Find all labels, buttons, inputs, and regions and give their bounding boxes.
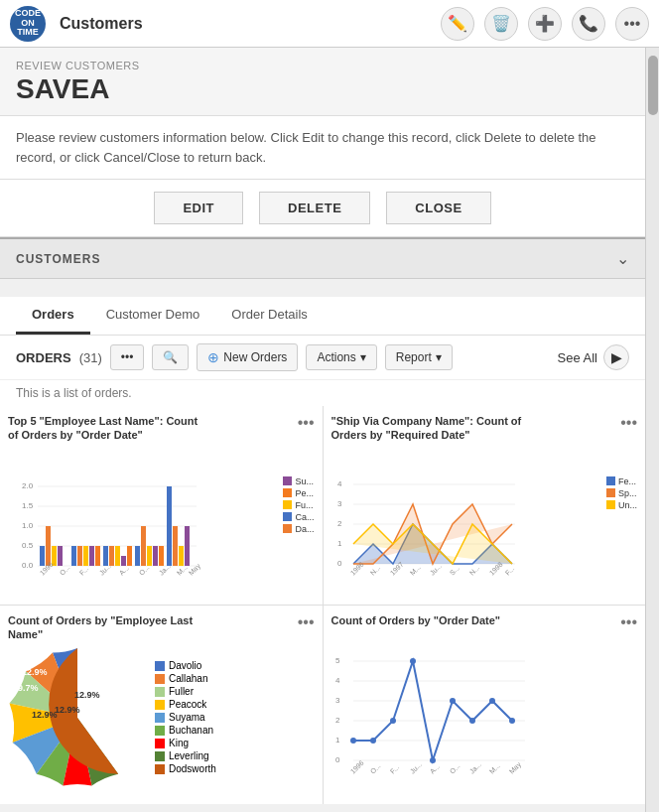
add-icon-btn[interactable]: ➕: [528, 7, 562, 41]
svg-text:1.5: 1.5: [22, 501, 34, 510]
svg-text:Ju...: Ju...: [428, 562, 442, 576]
edit-icon-btn[interactable]: ✏️: [441, 7, 474, 41]
svg-rect-30: [167, 486, 172, 566]
report-chevron-icon: ▾: [436, 350, 442, 364]
svg-text:5: 5: [335, 656, 340, 665]
close-button[interactable]: CLOSE: [386, 192, 490, 224]
more-icon-btn[interactable]: •••: [615, 7, 649, 41]
svg-rect-29: [159, 546, 164, 566]
bar-chart-svg: 0.0 0.5 1.0 1.5 2.0: [8, 449, 206, 578]
phone-icon-btn[interactable]: 📞: [572, 7, 605, 41]
chart3-menu[interactable]: •••: [298, 613, 315, 631]
svg-text:4: 4: [335, 676, 340, 685]
chart-pie-employee: Count of Orders by "Employee Last Name" …: [0, 606, 323, 804]
svg-text:1: 1: [335, 736, 340, 744]
app-header: CODEONTIME Customers ✏️ 🗑️ ➕ 📞 •••: [0, 0, 659, 48]
svg-text:1: 1: [337, 539, 342, 548]
svg-point-77: [350, 738, 356, 744]
chart4-title: Count of Orders by "Order Date": [331, 613, 530, 627]
toolbar: ORDERS (31) ••• 🔍 ⊕ New Orders Actions ▾…: [0, 336, 645, 380]
chart1-menu[interactable]: •••: [298, 414, 315, 432]
svg-text:0: 0: [337, 559, 342, 568]
svg-point-80: [410, 658, 416, 664]
header-icons: ✏️ 🗑️ ➕ 📞 •••: [441, 7, 649, 41]
svg-rect-25: [135, 546, 140, 566]
toolbar-label: ORDERS: [16, 350, 71, 365]
svg-rect-18: [89, 546, 94, 566]
svg-rect-15: [71, 546, 76, 566]
page-title: SAVEA: [16, 73, 629, 105]
svg-text:F...: F...: [388, 763, 400, 775]
svg-rect-27: [147, 546, 152, 566]
report-btn[interactable]: Report ▾: [385, 344, 453, 370]
section-header: CUSTOMERS ⌄: [0, 237, 645, 279]
line-area-svg: 0 1 2 3 4 5: [331, 633, 530, 782]
svg-text:2: 2: [335, 716, 340, 725]
chart2-title: "Ship Via Company Name": Count of Orders…: [331, 414, 530, 443]
svg-rect-28: [153, 546, 158, 566]
review-label: REVIEW CUSTOMERS: [16, 60, 629, 71]
svg-text:A...: A...: [428, 763, 440, 775]
svg-text:2: 2: [337, 519, 342, 528]
svg-point-85: [509, 718, 515, 724]
tab-customer-demo[interactable]: Customer Demo: [90, 297, 216, 335]
more-options-btn[interactable]: •••: [110, 344, 145, 370]
chevron-down-icon[interactable]: ⌄: [616, 249, 629, 268]
actions-btn[interactable]: Actions ▾: [306, 344, 376, 370]
svg-rect-17: [83, 546, 88, 566]
tab-order-details[interactable]: Order Details: [215, 297, 324, 335]
pct-peacock: 12.9%: [32, 710, 58, 720]
svg-rect-16: [77, 546, 82, 566]
svg-rect-33: [185, 526, 190, 566]
svg-point-83: [469, 718, 475, 724]
scrollbar[interactable]: [645, 48, 659, 812]
search-btn[interactable]: 🔍: [152, 344, 189, 370]
svg-text:M...: M...: [408, 563, 421, 576]
pct-buchanan: 12.9%: [22, 667, 48, 677]
svg-text:4: 4: [337, 479, 342, 488]
svg-rect-10: [40, 546, 45, 566]
svg-text:N...: N...: [368, 564, 381, 577]
tabs-container: Orders Customer Demo Order Details: [0, 297, 645, 336]
chart-line-ship: "Ship Via Company Name": Count of Orders…: [324, 406, 646, 605]
delete-button[interactable]: DELETE: [259, 192, 370, 224]
pct-davolio: 19.4%: [104, 660, 130, 670]
scrollbar-thumb[interactable]: [648, 56, 658, 115]
logo-icon: CODEONTIME: [10, 6, 46, 42]
svg-text:N...: N...: [467, 564, 480, 577]
action-buttons: EDIT DELETE CLOSE: [0, 180, 645, 237]
svg-rect-19: [95, 546, 100, 566]
svg-text:O...: O...: [368, 762, 381, 775]
svg-text:3: 3: [335, 696, 340, 705]
chart2-menu[interactable]: •••: [620, 414, 637, 432]
svg-text:0.5: 0.5: [22, 541, 34, 550]
svg-text:O...: O...: [448, 762, 461, 775]
edit-button[interactable]: EDIT: [154, 192, 243, 224]
main-content: REVIEW CUSTOMERS SAVEA Please review cus…: [0, 48, 645, 812]
order-count: (31): [79, 350, 102, 365]
pct-suyama: 9.7%: [18, 683, 39, 693]
section-title: CUSTOMERS: [16, 252, 100, 266]
chart1-legend: Su... Pe... Fu... Ca... Da...: [283, 476, 314, 534]
svg-text:S...: S...: [448, 564, 460, 576]
svg-text:May: May: [188, 562, 202, 577]
chart1-title: Top 5 "Employee Last Name": Count of Ord…: [8, 414, 206, 443]
svg-text:F...: F...: [503, 565, 515, 577]
svg-text:M...: M...: [487, 762, 500, 775]
chart3-title: Count of Orders by "Employee Last Name": [8, 613, 206, 642]
logo: CODEONTIME: [10, 6, 46, 42]
tab-orders[interactable]: Orders: [16, 297, 90, 335]
see-all[interactable]: See All ▶: [558, 344, 629, 370]
actions-chevron-icon: ▾: [360, 350, 366, 364]
svg-text:2.0: 2.0: [22, 481, 34, 490]
svg-text:1.0: 1.0: [22, 521, 34, 530]
chart4-menu[interactable]: •••: [620, 613, 637, 631]
new-orders-btn[interactable]: ⊕ New Orders: [197, 343, 298, 371]
svg-rect-22: [115, 546, 120, 566]
svg-text:Ju...: Ju...: [408, 761, 422, 775]
svg-text:0: 0: [335, 755, 340, 764]
delete-icon-btn[interactable]: 🗑️: [484, 7, 518, 41]
svg-rect-26: [141, 526, 146, 566]
svg-text:May: May: [507, 760, 522, 775]
see-all-btn[interactable]: ▶: [603, 344, 629, 370]
